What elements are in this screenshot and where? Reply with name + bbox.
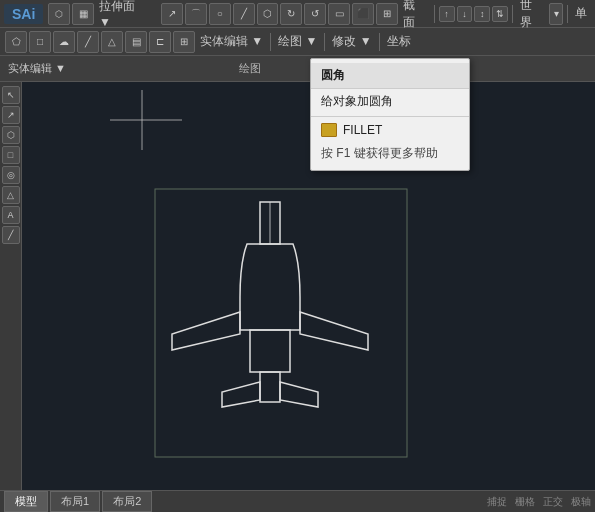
toolbar-label-coord[interactable]: 坐标	[383, 31, 415, 52]
toolbar-btn-pullface[interactable]: ⬡	[48, 3, 70, 25]
tooltip-subtitle: 给对象加圆角	[321, 93, 393, 110]
side-btn-1[interactable]: ↖	[2, 86, 20, 104]
pentagon-icon: ⬠	[12, 36, 21, 47]
toolbar-btn-draw2[interactable]: ⬡	[257, 3, 279, 25]
toolbar-btn-undo[interactable]: ↺	[304, 3, 326, 25]
toolbar-btn-pentagon[interactable]: ⬠	[5, 31, 27, 53]
draw2-icon: ⬡	[263, 8, 272, 19]
r3-icon: ↕	[480, 9, 485, 19]
toolbar-btn-node1[interactable]: ↗	[161, 3, 183, 25]
side-btn-4[interactable]: □	[2, 146, 20, 164]
toolbar-label-modify[interactable]: 修改 ▼	[328, 31, 375, 52]
sep1	[434, 5, 435, 23]
btn2-icon: ▦	[79, 8, 88, 19]
toolbar-btn-hatch[interactable]: ▤	[125, 31, 147, 53]
side-btn-3[interactable]: ⬡	[2, 126, 20, 144]
tooltip-header: 圆角	[311, 63, 469, 89]
hash-icon: ⊞	[180, 36, 188, 47]
toolbar-label-pullface[interactable]: 拉伸面 ▼	[95, 0, 154, 31]
toolbar-label-solidbj[interactable]: 实体编辑 ▼	[196, 31, 267, 52]
side-icon-3: ⬡	[7, 130, 15, 140]
toolbar-btn-refresh[interactable]: ↻	[280, 3, 302, 25]
toolbar-btn-grid[interactable]: ⊞	[376, 3, 398, 25]
toolbar-btn-r1[interactable]: ↑	[439, 6, 455, 22]
grid-icon: ⊞	[383, 8, 391, 19]
rect-icon: ▭	[335, 8, 344, 19]
bracket-icon: ⊏	[156, 36, 164, 47]
toolbar-btn-2[interactable]: ▦	[72, 3, 94, 25]
side-icon-5: ◎	[7, 170, 15, 180]
world-dd-icon: ▾	[554, 8, 559, 19]
refresh-icon: ↻	[287, 8, 295, 19]
toolbar-btn-circle[interactable]: ○	[209, 3, 231, 25]
toolbar-label-jiemian[interactable]: 截面	[399, 0, 431, 33]
sep4	[270, 33, 271, 51]
toolbar-btn-square[interactable]: □	[29, 31, 51, 53]
toolbar-label-world[interactable]: 世界	[516, 0, 548, 33]
canvas-area[interactable]	[22, 82, 595, 490]
pullface-icon: ⬡	[55, 9, 63, 19]
tab-model[interactable]: 模型	[4, 491, 48, 512]
toolbar-btn-dim[interactable]: ⬛	[352, 3, 374, 25]
side-icon-2: ↗	[7, 110, 15, 120]
side-btn-8[interactable]: ╱	[2, 226, 20, 244]
toolbar-btn-r2[interactable]: ↓	[457, 6, 473, 22]
toolbar-btn-cloud[interactable]: ☁	[53, 31, 75, 53]
toolbar-btn-hash[interactable]: ⊞	[173, 31, 195, 53]
tab-layout1[interactable]: 布局1	[50, 491, 100, 512]
sep3	[567, 5, 568, 23]
toolbar-row2: ⬠ □ ☁ ╱ △ ▤ ⊏ ⊞ 实体编辑 ▼ 绘图 ▼ 修改 ▼ 坐标	[0, 28, 595, 56]
sai-logo: SAi	[4, 4, 43, 24]
tooltip-fillet-label: FILLET	[343, 123, 382, 137]
toolbar-btn-r3[interactable]: ↕	[474, 6, 490, 22]
side-icon-7: A	[7, 210, 13, 220]
toolbar-label-dan[interactable]: 单	[571, 3, 591, 24]
tooltip-subtitle-row: 给对象加圆角	[311, 89, 469, 114]
side-btn-5[interactable]: ◎	[2, 166, 20, 184]
r4-icon: ⇅	[496, 9, 504, 19]
r2-icon: ↓	[462, 9, 467, 19]
tooltip-hint: 按 F1 键获得更多帮助	[321, 145, 438, 162]
side-icon-6: △	[7, 190, 14, 200]
undo-icon: ↺	[311, 8, 319, 19]
triangle-icon: △	[108, 36, 116, 47]
status-snap[interactable]: 捕捉	[487, 495, 507, 509]
toolbar-btn-rect[interactable]: ▭	[328, 3, 350, 25]
node2-icon: ⌒	[191, 7, 201, 21]
node1-icon: ↗	[168, 8, 176, 19]
side-icon-4: □	[8, 150, 13, 160]
tooltip-popup: 圆角 给对象加圆角 FILLET 按 F1 键获得更多帮助	[310, 58, 470, 171]
section-label-draw: 绘图	[233, 59, 267, 78]
status-ortho[interactable]: 正交	[543, 495, 563, 509]
sep5	[324, 33, 325, 51]
toolbar-btn-world-dd[interactable]: ▾	[549, 3, 563, 25]
tooltip-title: 圆角	[321, 67, 345, 84]
r1-icon: ↑	[444, 9, 449, 19]
toolbar-btn-triangle[interactable]: △	[101, 31, 123, 53]
status-polar[interactable]: 极轴	[571, 495, 591, 509]
sep2	[512, 5, 513, 23]
toolbar-row1: SAi ⬡ ▦ 拉伸面 ▼ ↗ ⌒ ○ ╱ ⬡ ↻ ↺ ▭ ⬛ ⊞ 截面 ↑ ↓	[0, 0, 595, 28]
tab-layout2[interactable]: 布局2	[102, 491, 152, 512]
toolbar-btn-bracket[interactable]: ⊏	[149, 31, 171, 53]
draw1-icon: ╱	[241, 8, 247, 19]
toolbar-btn-node2[interactable]: ⌒	[185, 3, 207, 25]
toolbar-label-draw[interactable]: 绘图 ▼	[274, 31, 321, 52]
cloud-icon: ☁	[59, 36, 69, 47]
toolbar-btn-r4[interactable]: ⇅	[492, 6, 508, 22]
toolbar-btn-r2-1[interactable]: ╱	[77, 31, 99, 53]
tooltip-hint-row: 按 F1 键获得更多帮助	[311, 141, 469, 166]
r2-1-icon: ╱	[85, 36, 91, 47]
square-icon: □	[37, 36, 43, 47]
side-btn-6[interactable]: △	[2, 186, 20, 204]
side-btn-7[interactable]: A	[2, 206, 20, 224]
side-icon-1: ↖	[7, 90, 15, 100]
side-btn-2[interactable]: ↗	[2, 106, 20, 124]
toolbar-label-solid-edit[interactable]: 实体编辑 ▼	[4, 59, 70, 78]
status-grid[interactable]: 栅格	[515, 495, 535, 509]
side-icon-8: ╱	[8, 230, 13, 240]
tooltip-fillet-row[interactable]: FILLET	[311, 119, 469, 141]
toolbar-btn-draw1[interactable]: ╱	[233, 3, 255, 25]
tooltip-divider	[311, 116, 469, 117]
status-bar-items: 捕捉 栅格 正交 极轴	[487, 495, 591, 509]
